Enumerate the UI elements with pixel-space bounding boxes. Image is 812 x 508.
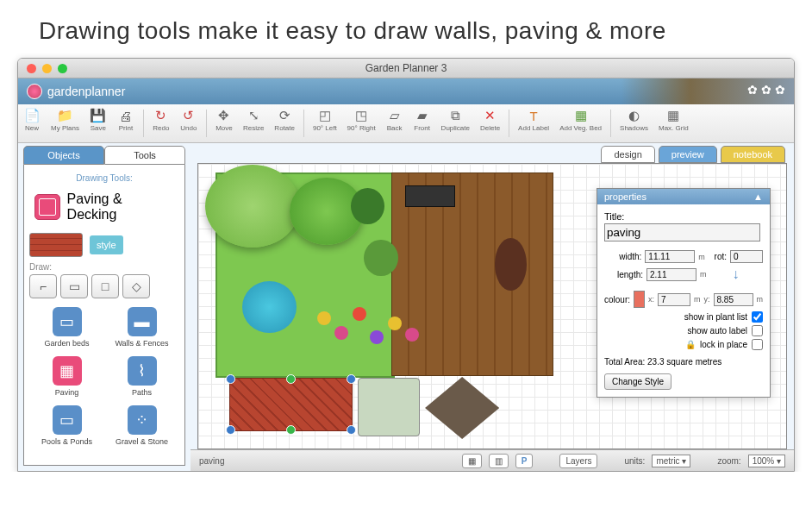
rot-label: rot: — [709, 252, 727, 261]
style-button[interactable]: style — [90, 235, 123, 254]
toolbar-print[interactable]: 🖨Print — [112, 104, 140, 142]
paving-icon — [34, 194, 60, 220]
title-label: Title: — [604, 211, 763, 222]
toolbar-front[interactable]: ▰Front — [409, 104, 436, 142]
tab-tools[interactable]: Tools — [104, 146, 185, 165]
category-pools-ponds[interactable]: ▭Pools & Ponds — [38, 405, 96, 446]
current-tool-label: Paving & Decking — [67, 191, 174, 223]
header-decoration — [621, 78, 794, 104]
category-walls-fences[interactable]: ▬Walls & Fences — [113, 307, 171, 348]
toolbar-back[interactable]: ▱Back — [381, 104, 409, 142]
flower-bed[interactable] — [317, 307, 435, 354]
tab-design[interactable]: design — [601, 146, 654, 163]
window-titlebar: Garden Planner 3 — [18, 59, 794, 78]
toolbar-new[interactable]: 📄New — [18, 104, 46, 142]
draw-label: Draw: — [29, 262, 179, 272]
properties-panel: properties▲ Title: width: m rot: — [597, 188, 771, 398]
properties-header[interactable]: properties▲ — [597, 189, 770, 204]
tab-preview[interactable]: preview — [659, 146, 717, 163]
toolbar-duplicate[interactable]: ⧉Duplicate — [436, 104, 475, 142]
fountain-shape[interactable] — [242, 281, 297, 333]
length-input[interactable] — [646, 268, 696, 281]
change-style-button[interactable]: Change Style — [604, 373, 671, 390]
lock-icon: 🔒 — [685, 340, 696, 349]
bush-shape[interactable] — [351, 188, 384, 224]
status-selection: paving — [199, 456, 224, 466]
toolbar-resize[interactable]: ⤡Resize — [238, 104, 269, 142]
canvas-area: design preview notebook — [191, 143, 794, 471]
toolbar-rotate[interactable]: ⟳Rotate — [269, 104, 300, 142]
zoom-select[interactable]: 100% ▾ — [748, 455, 785, 467]
page-headline: Drawing tools make it easy to draw walls… — [0, 0, 812, 58]
draw-mode-2[interactable]: □ — [91, 274, 119, 298]
draw-mode-0[interactable]: ⌐ — [29, 274, 57, 298]
sidebar: Objects Tools Drawing Tools: Paving & De… — [18, 143, 191, 471]
brand-name: gardenplanner — [47, 85, 125, 98]
status-bar: paving ▦ ▥ P Layers units: metric ▾ zoom… — [191, 449, 794, 471]
toolbar-add-label[interactable]: TAdd Label — [513, 104, 554, 142]
main-toolbar: 📄New📁My Plans💾Save🖨Print↻Redo↺Undo✥Move⤡… — [18, 104, 794, 143]
window-title: Garden Planner 3 — [18, 62, 794, 74]
category-garden-beds[interactable]: ▭Garden beds — [38, 307, 96, 348]
toolbar-undo[interactable]: ↺Undo — [175, 104, 203, 142]
y-input[interactable] — [714, 293, 753, 306]
category-gravel-stone[interactable]: ⁘Gravel & Stone — [113, 405, 171, 446]
draw-mode-3[interactable]: ◇ — [122, 274, 150, 298]
layers-button[interactable]: Layers — [559, 454, 597, 468]
toolbar-my-plans[interactable]: 📁My Plans — [46, 104, 84, 142]
draw-mode-1[interactable]: ▭ — [60, 274, 88, 298]
grid-view-button[interactable]: ▦ — [462, 454, 482, 468]
category-paving[interactable]: ▦Paving — [38, 356, 96, 397]
paving-shape-selected[interactable] — [229, 378, 353, 431]
table-shape[interactable] — [495, 238, 527, 291]
show-auto-checkbox[interactable] — [752, 325, 763, 336]
garden-plan — [215, 172, 553, 431]
bush-shape[interactable] — [364, 240, 397, 276]
app-logo-icon — [27, 84, 42, 99]
width-input[interactable] — [645, 250, 695, 263]
tab-notebook[interactable]: notebook — [721, 146, 785, 163]
toolbar-save[interactable]: 💾Save — [84, 104, 112, 142]
toolbar-add-veg-bed[interactable]: ▦Add Veg. Bed — [554, 104, 607, 142]
brick-swatch[interactable] — [29, 233, 83, 257]
collapse-icon[interactable]: ▲ — [753, 191, 763, 202]
toolbar--right[interactable]: ◳90° Right — [342, 104, 381, 142]
toolbar-redo[interactable]: ↻Redo — [147, 104, 175, 142]
rotate-arrow-icon[interactable]: ↓ — [733, 267, 740, 282]
tab-objects[interactable]: Objects — [23, 146, 104, 165]
toolbar-move[interactable]: ✥Move — [210, 104, 238, 142]
units-select[interactable]: metric ▾ — [652, 455, 690, 467]
toolbar-delete[interactable]: ✕Delete — [475, 104, 505, 142]
length-label: length: — [604, 270, 643, 279]
rot-input[interactable] — [730, 250, 763, 263]
lock-checkbox[interactable] — [752, 339, 763, 350]
colour-swatch[interactable] — [634, 291, 645, 308]
toolbar--left[interactable]: ◰90° Left — [308, 104, 342, 142]
tools-panel: Drawing Tools: Paving & Decking style Dr… — [23, 165, 185, 466]
toolbar-max-grid[interactable]: ▦Max. Grid — [653, 104, 694, 142]
category-paths[interactable]: ⌇Paths — [113, 356, 171, 397]
colour-label: colour: — [604, 295, 630, 304]
tree-shape[interactable] — [205, 165, 300, 248]
grid-view-button[interactable]: ▥ — [489, 454, 509, 468]
roof-shape[interactable] — [425, 377, 499, 439]
show-plant-checkbox[interactable] — [752, 311, 763, 323]
x-input[interactable] — [658, 293, 690, 306]
total-area-text: Total Area: 23.3 square metres — [604, 357, 763, 367]
drawing-tools-label: Drawing Tools: — [29, 173, 179, 183]
car-shape[interactable] — [358, 378, 421, 436]
canvas[interactable]: properties▲ Title: width: m rot: — [197, 163, 787, 449]
toolbar-shadows[interactable]: ◐Shadows — [615, 104, 653, 142]
bbq-shape[interactable] — [405, 185, 455, 207]
app-window: Garden Planner 3 gardenplanner 📄New📁My P… — [17, 58, 795, 472]
current-tool-row[interactable]: Paving & Decking — [29, 186, 179, 228]
brand-bar: gardenplanner — [18, 78, 794, 104]
width-label: width: — [604, 252, 641, 261]
title-input[interactable] — [604, 223, 760, 241]
grid-view-button[interactable]: P — [515, 454, 534, 468]
